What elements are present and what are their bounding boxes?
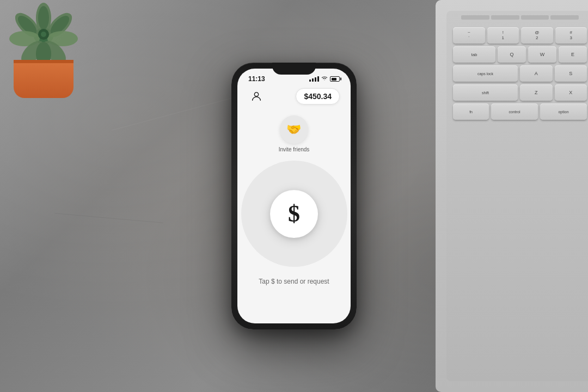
svg-point-14 — [254, 93, 258, 96]
battery-fill — [332, 78, 336, 81]
key-control[interactable]: control — [491, 103, 538, 120]
key-e[interactable]: E — [559, 46, 587, 63]
status-time: 11:13 — [248, 75, 265, 83]
key-fn[interactable]: fn — [453, 103, 489, 120]
pot — [14, 60, 74, 98]
signal-bar-1 — [309, 79, 311, 82]
laptop: ~` !1 @2 #3 tab Q W — [425, 0, 588, 392]
wifi-icon — [321, 76, 328, 82]
balance-display: $450.34 — [296, 88, 340, 105]
keyboard-keys: ~` !1 @2 #3 tab Q W — [453, 27, 587, 375]
battery-icon — [330, 76, 340, 82]
svg-point-13 — [41, 32, 46, 37]
invite-section: 🤝 Invite friends — [279, 115, 310, 152]
status-icons — [309, 76, 340, 82]
key-shift[interactable]: shift — [453, 84, 518, 101]
key-3[interactable]: #3 — [555, 27, 587, 44]
key-caps-lock[interactable]: caps lock — [453, 65, 518, 82]
signal-bars-icon — [309, 76, 319, 82]
user-avatar[interactable] — [248, 88, 265, 105]
key-w[interactable]: W — [528, 46, 556, 63]
laptop-body: ~` !1 @2 #3 tab Q W — [436, 0, 588, 392]
dollar-circle-outer[interactable]: $ — [241, 161, 347, 267]
phone: 11:13 — [231, 63, 357, 329]
key-z[interactable]: Z — [520, 84, 553, 101]
phone-outer: 11:13 — [231, 63, 357, 329]
speaker-grille — [461, 15, 579, 20]
user-icon — [250, 90, 262, 102]
key-tab[interactable]: tab — [453, 46, 495, 63]
svg-point-2 — [38, 6, 49, 30]
signal-bar-3 — [315, 77, 316, 82]
phone-screen: 11:13 — [237, 69, 351, 323]
keyboard-area: ~` !1 @2 #3 tab Q W — [446, 11, 588, 381]
key-2[interactable]: @2 — [521, 27, 553, 44]
dollar-sign: $ — [288, 202, 300, 226]
signal-bar-4 — [317, 76, 319, 82]
key-s[interactable]: S — [555, 65, 587, 82]
tap-instruction: Tap $ to send or request — [259, 278, 329, 285]
app-content: 🤝 Invite friends $ Tap $ to send or requ… — [237, 110, 351, 323]
succulent-svg — [0, 0, 87, 66]
succulent-plant — [0, 0, 98, 98]
key-option[interactable]: option — [540, 103, 587, 120]
signal-bar-2 — [312, 78, 314, 82]
key-backtick[interactable]: ~` — [453, 27, 485, 44]
key-x[interactable]: X — [555, 84, 587, 101]
invite-label: Invite friends — [279, 146, 310, 152]
key-1[interactable]: !1 — [487, 27, 519, 44]
key-q[interactable]: Q — [498, 46, 526, 63]
app-header: $450.34 — [237, 85, 351, 110]
key-a[interactable]: A — [520, 65, 553, 82]
invite-avatar[interactable]: 🤝 — [280, 115, 308, 144]
phone-notch — [272, 63, 316, 75]
dollar-button[interactable]: $ — [270, 190, 318, 238]
